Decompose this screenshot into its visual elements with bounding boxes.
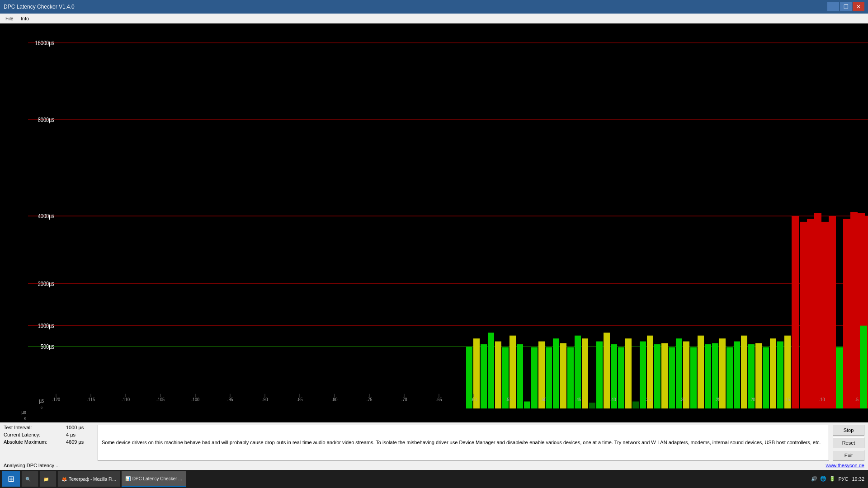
svg-text:-55: -55 [506,397,512,402]
svg-text:-30: -30 [680,397,686,402]
svg-text:500µs: 500µs [41,343,54,351]
taskbar: ⊞ 🔍 📁 🦊 Телеграф - Mozilla Fi... 📊 DPC L… [0,470,868,488]
taskbar-files[interactable]: 📁 [40,471,56,487]
svg-rect-62 [829,216,836,408]
svg-rect-38 [654,344,660,408]
test-interval-label: Test Interval: [4,425,62,430]
svg-text:-25: -25 [715,397,721,402]
svg-text:-50: -50 [541,397,547,402]
current-latency-value: 4 µs [66,432,75,437]
mus-label: µs [0,410,28,415]
title-bar: DPC Latency Checker V1.4.0 — ❐ ✕ [0,0,868,14]
svg-rect-25 [560,343,566,408]
taskbar-search[interactable]: 🔍 [22,471,38,487]
svg-rect-33 [618,347,624,408]
svg-rect-50 [741,336,747,408]
chart-container: µs s 16000µs 8000 [0,23,868,422]
svg-rect-20 [524,402,530,408]
menu-info[interactable]: Info [17,15,33,22]
svg-text:16000µs: 16000µs [35,39,54,47]
svg-text:-65: -65 [436,397,442,402]
y-axis [0,23,28,408]
svg-text:-75: -75 [367,397,373,402]
taskbar-dpc[interactable]: 📊 DPC Latency Checker ... [122,471,186,487]
app-area: µs s 16000µs 8000 [0,23,868,470]
svg-text:-35: -35 [645,397,651,402]
svg-text:-85: -85 [297,397,303,402]
clock[interactable]: 19:32 [852,476,864,482]
exit-button[interactable]: Exit [833,450,864,461]
svg-text:-45: -45 [576,397,581,402]
stop-button[interactable]: Stop [833,425,864,436]
absolute-max-label: Absolute Maximum: [4,439,62,445]
menu-bar: File Info [0,14,868,23]
dpc-label: DPC Latency Checker ... [132,476,182,481]
network-icon[interactable]: 🌐 [820,476,826,482]
test-interval-row: Test Interval: 1000 µs [4,425,94,430]
menu-file[interactable]: File [2,15,17,22]
svg-rect-29 [589,403,595,408]
svg-rect-48 [726,347,733,408]
svg-text:-10: -10 [819,397,825,402]
svg-rect-43 [690,347,697,408]
svg-rect-64 [843,219,850,408]
svg-rect-26 [567,347,574,408]
svg-rect-65 [850,212,858,408]
svg-text:-20: -20 [750,397,755,402]
svg-rect-68 [860,326,867,408]
svg-text:-120: -120 [52,397,60,402]
reset-button[interactable]: Reset [833,437,864,448]
taskbar-telegram[interactable]: 🦊 Телеграф - Mozilla Fi... [58,471,120,487]
svg-rect-21 [531,347,538,408]
svg-rect-14 [481,344,487,408]
buttons-panel: Stop Reset Exit [833,425,864,461]
svg-text:-100: -100 [191,397,199,402]
dpc-icon: 📊 [125,476,131,481]
svg-rect-28 [582,338,588,408]
svg-rect-57 [792,216,799,408]
app-title: DPC Latency Checker V1.4.0 [4,4,75,10]
svg-text:1000µs: 1000µs [38,323,54,330]
svg-text:-80: -80 [332,397,338,402]
svg-text:s: s [41,404,43,408]
volume-icon[interactable]: 🔊 [811,476,817,482]
minimize-button[interactable]: — [827,2,839,11]
svg-text:-115: -115 [87,397,95,402]
svg-rect-39 [661,343,668,408]
svg-rect-30 [596,342,603,408]
svg-rect-16 [495,342,501,408]
svg-rect-59 [807,219,814,408]
maximize-button[interactable]: ❐ [840,2,852,11]
absolute-max-value: 4609 µs [66,439,84,445]
svg-rect-34 [625,338,632,408]
svg-rect-45 [705,344,711,408]
website-link[interactable]: www.thesycon.de [826,463,864,468]
svg-rect-52 [755,343,762,408]
svg-rect-63 [836,347,843,408]
battery-icon[interactable]: 🔋 [829,476,835,482]
svg-rect-60 [814,213,821,408]
svg-rect-54 [770,338,776,408]
svg-rect-24 [553,338,559,408]
svg-text:-60: -60 [471,397,477,402]
window-controls: — ❐ ✕ [827,2,864,11]
analysis-text: Analysing DPC latency ... [4,463,60,468]
taskbar-left: ⊞ 🔍 📁 🦊 Телеграф - Mozilla Fi... 📊 DPC L… [2,471,186,487]
svg-text:-15: -15 [784,397,790,402]
svg-rect-44 [698,336,704,408]
language-indicator[interactable]: РУС [838,476,848,482]
s-label: s [0,416,28,421]
current-latency-label: Current Latency: [4,432,62,437]
svg-text:-40: -40 [610,397,616,402]
svg-text:-95: -95 [227,397,233,402]
start-button[interactable]: ⊞ [2,471,20,487]
svg-text:8000µs: 8000µs [38,117,54,124]
svg-rect-35 [632,402,639,408]
svg-rect-23 [546,347,552,408]
svg-rect-53 [763,347,769,408]
close-button[interactable]: ✕ [853,2,864,11]
svg-text:-90: -90 [262,397,268,402]
absolute-max-row: Absolute Maximum: 4609 µs [4,439,94,445]
status-message: Some device drivers on this machine beha… [98,425,829,461]
svg-text:-70: -70 [401,397,407,402]
